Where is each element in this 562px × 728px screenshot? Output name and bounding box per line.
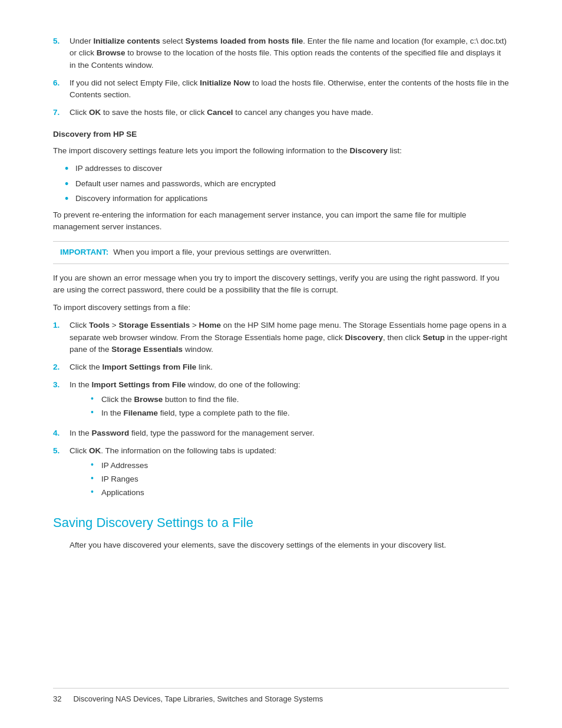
sub-bullet2-dot: • [91, 487, 101, 499]
import-step-num: 2. [53, 361, 70, 373]
content-area: 5.Under Initialize contents select Syste… [53, 35, 509, 552]
bullet-text: Default user names and passwords, which … [75, 178, 276, 191]
import-steps: 1.Click Tools > Storage Essentials > Hom… [53, 319, 509, 501]
sub-bullet-dot: • [91, 394, 101, 406]
step-num: 5. [53, 35, 70, 71]
sub-bullet2-item: •IP Ranges [91, 473, 509, 485]
bullet-dot: • [65, 163, 75, 176]
import-step-1: 1.Click Tools > Storage Essentials > Hom… [53, 319, 509, 355]
sub-bullet-item: •In the Filename field, type a complete … [91, 407, 509, 419]
saving-section-title: Saving Discovery Settings to a File [53, 513, 509, 532]
import-step-num: 3. [53, 379, 70, 391]
import-step-text: In the Password field, type the password… [70, 427, 509, 439]
steps-top: 5.Under Initialize contents select Syste… [53, 35, 509, 119]
sub-bullet2-text: IP Addresses [101, 460, 148, 472]
sub-bullet2-item: •Applications [91, 487, 509, 499]
import-step-text: Click Tools > Storage Essentials > Home … [70, 319, 509, 355]
footer: 32 Discovering NAS Devices, Tape Librari… [53, 688, 509, 705]
import-step-num: 4. [53, 427, 70, 439]
discovery-bullet-item: •IP addresses to discover [65, 163, 509, 176]
sub-bullet-text: Click the Browse button to find the file… [101, 394, 239, 406]
bullet-dot: • [65, 193, 75, 206]
import-step-2: 2.Click the Import Settings from File li… [53, 361, 509, 373]
sub-bullet-dot: • [91, 407, 101, 419]
step-num: 6. [53, 77, 70, 101]
discovery-intro-end: list: [388, 146, 402, 155]
important-box: IMPORTANT: When you import a file, your … [53, 241, 509, 263]
import-step-text: Click OK. The information on the followi… [70, 445, 509, 501]
import-step-5: 5.Click OK. The information on the follo… [53, 445, 509, 501]
discovery-bullet-item: •Discovery information for applications [65, 193, 509, 206]
discovery-para: To prevent re-entering the information f… [53, 209, 509, 233]
import-step-num: 5. [53, 445, 70, 457]
step-num: 7. [53, 107, 70, 118]
import-step-3: 3.In the Import Settings from File windo… [53, 379, 509, 421]
step-top-6: 6.If you did not select Empty File, clic… [53, 77, 509, 101]
sub-bullet2-text: Applications [101, 487, 144, 499]
step-text: Click OK to save the hosts file, or clic… [70, 107, 509, 118]
discovery-bullets: •IP addresses to discover•Default user n… [53, 163, 509, 206]
step-text: If you did not select Empty File, click … [70, 77, 509, 101]
sub-bullet2-dot: • [91, 460, 101, 472]
important-label: IMPORTANT: [60, 246, 108, 258]
sub-bullet2-item: •IP Addresses [91, 460, 509, 472]
footer-page-num: 32 [53, 693, 61, 705]
discovery-bullet-item: •Default user names and passwords, which… [65, 178, 509, 191]
discovery-heading: Discovery from HP SE [53, 129, 509, 140]
sub-bullet2-text: IP Ranges [101, 473, 138, 485]
error-para: If you are shown an error message when y… [53, 272, 509, 297]
saving-para: After you have discovered your elements,… [70, 539, 509, 551]
to-import-para: To import discovery settings from a file… [53, 302, 509, 314]
import-step-text: In the Import Settings from File window,… [70, 379, 509, 421]
import-step-4: 4.In the Password field, type the passwo… [53, 427, 509, 439]
import-step-num: 1. [53, 319, 70, 331]
import-step-text: Click the Import Settings from File link… [70, 361, 509, 373]
bullet-dot: • [65, 178, 75, 191]
bullet-text: IP addresses to discover [75, 163, 163, 176]
sub-bullet-item: •Click the Browse button to find the fil… [91, 394, 509, 406]
sub-bullet2-dot: • [91, 473, 101, 485]
sub-bullets2: •IP Addresses•IP Ranges•Applications [70, 460, 509, 499]
saving-section-content: After you have discovered your elements,… [53, 539, 509, 551]
discovery-intro-text: The import discovery settings feature le… [53, 146, 350, 155]
bullet-text: Discovery information for applications [75, 193, 207, 206]
step-top-7: 7.Click OK to save the hosts file, or cl… [53, 107, 509, 118]
sub-bullet-text: In the Filename field, type a complete p… [101, 407, 290, 419]
step-text: Under Initialize contents select Systems… [70, 35, 509, 71]
step-top-5: 5.Under Initialize contents select Syste… [53, 35, 509, 71]
discovery-intro-bold: Discovery [350, 146, 388, 155]
page: 5.Under Initialize contents select Syste… [0, 0, 562, 728]
discovery-intro-para: The import discovery settings feature le… [53, 145, 509, 157]
footer-text: Discovering NAS Devices, Tape Libraries,… [73, 693, 323, 705]
important-text: When you import a file, your previous se… [113, 246, 331, 258]
sub-bullets: •Click the Browse button to find the fil… [70, 394, 509, 420]
